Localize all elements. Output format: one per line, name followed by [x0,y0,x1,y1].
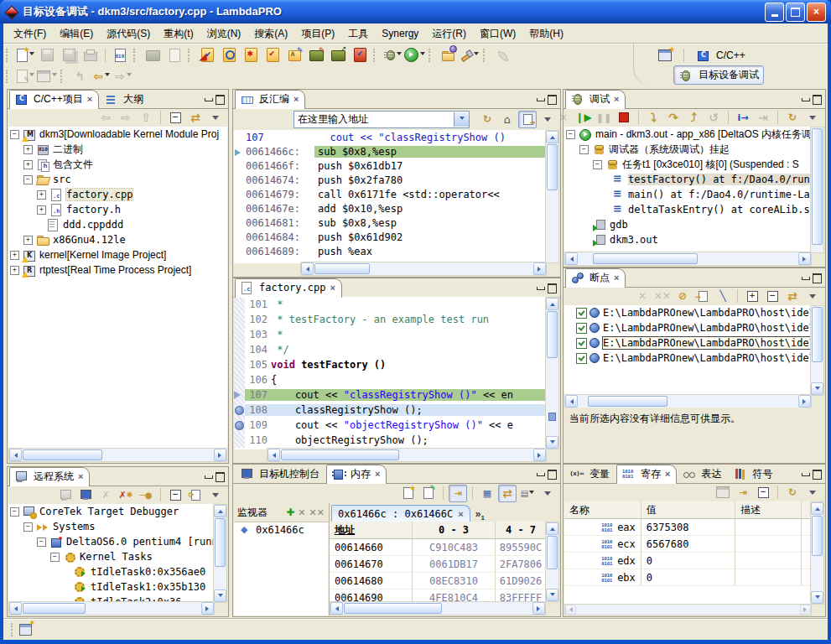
step-into-icon[interactable]: ⤵ [644,109,662,127]
asm-row[interactable]: 00614674:push $0x2fa780 [234,173,547,187]
tab-cpp-projects[interactable]: C/C++项目 × [9,90,99,109]
code-line[interactable]: 105void testFactory () [234,357,547,372]
address-combo[interactable]: 在这里输入地址 [293,111,470,128]
link-with-debug-icon[interactable]: ⇄ [783,288,802,305]
home-icon[interactable]: ⌂ [498,111,517,128]
refresh-icon[interactable]: ↻ [783,109,802,127]
code-line[interactable]: 108 classRegistryShow (); [234,402,547,418]
tree-row[interactable]: −dkm3[Downloadable Kernel Module Proj [8,127,227,142]
tree-row[interactable]: −DeltaOS6.0 pentium4 [runn [8,534,215,549]
scroll-down-icon[interactable] [811,382,823,395]
collapse-icon[interactable]: − [23,175,33,184]
tree-row[interactable]: −Kernel Tasks [8,549,215,564]
red-doc-check-icon[interactable]: ✔ [349,45,371,65]
scroll-right-icon[interactable] [533,449,546,461]
menu-file[interactable]: 文件(F) [7,24,53,44]
scroll-left-icon[interactable] [565,605,576,615]
tree-row[interactable]: +factory.h [8,202,227,217]
maximize-view-icon[interactable] [548,470,557,480]
use-step-filters-icon[interactable]: ⇥ [754,109,772,127]
new-memory-view-icon[interactable]: ★ [399,485,418,502]
fast-view-icon[interactable] [19,624,32,636]
toolbar-grip[interactable] [428,49,433,62]
tab-variables[interactable]: 变量 [565,465,616,483]
pin-memory-icon[interactable]: ✎ [419,485,438,502]
breakpoint-checkbox[interactable] [576,353,587,364]
code-line[interactable]: 101 * [234,297,547,312]
maximize-view-icon[interactable] [813,470,822,480]
disconnect-icon[interactable]: ✗ [96,486,115,504]
maximize-button[interactable] [786,3,805,22]
minimize-button[interactable] [765,3,784,22]
maximize-view-icon[interactable] [813,95,822,105]
scroll-left-icon[interactable] [9,602,22,615]
profile-icon[interactable]: ⟳ [186,486,205,504]
breakpoint-row[interactable]: E:\LambdaPROnew\LambdaPRO\host\ide\platf… [564,305,812,320]
collapse-icon[interactable]: − [37,538,46,547]
scroll-thumb[interactable] [281,449,399,460]
scroll-down-icon[interactable] [811,591,823,604]
feather-button[interactable] [491,45,513,65]
tree-row[interactable]: deltaTaskEntry() at coreALib.s:1,79 [564,202,812,217]
menu-synergy[interactable]: Synergy [375,25,425,42]
up-nav-icon[interactable]: ⇧ [137,109,155,127]
register-row[interactable]: edx 0 [564,553,812,569]
tree-row[interactable]: ddd.cppddd [8,217,227,232]
overview-ruler-marker[interactable] [548,413,556,421]
tree-row[interactable]: −任务t1 [0x3ce010] 核[0] (Suspended : S [564,157,812,172]
menu-window[interactable]: 窗口(W) [473,24,522,44]
print-button[interactable] [80,45,101,65]
doc-check-icon[interactable]: ✔ [262,45,283,65]
scroll-thumb[interactable] [812,128,823,245]
view-menu-chevron-icon[interactable] [803,288,822,305]
register-row[interactable]: ecx 6567680 [564,536,812,553]
tree-row[interactable]: +包含文件 [8,157,227,172]
horizontal-scrollbar[interactable] [564,604,812,615]
register-row[interactable]: eax 6375308 [564,519,812,536]
run-dropdown-button[interactable] [403,45,426,65]
column-value[interactable]: 值 [641,501,735,518]
instruction-stepping-icon[interactable]: i→ [734,109,752,127]
tree-row[interactable]: +rtptest[Real Time Process Project] [8,262,227,278]
resume-icon[interactable]: ❙▶ [574,109,593,127]
tree-row-selected[interactable]: +factory.cpp [8,187,227,202]
scroll-up-icon[interactable] [811,502,823,515]
code-line[interactable]: 102 * testFactory - an example test run [234,312,547,327]
tab-debug[interactable]: 调试 × [565,90,626,109]
split-rendering-icon[interactable]: ▦ [478,485,496,502]
view-menu-chevron-icon[interactable] [206,486,225,504]
track-expression-icon[interactable]: ➜ [518,111,537,128]
view-menu-chevron-icon[interactable] [538,485,557,502]
doc-magnifier-icon[interactable] [218,45,240,65]
scroll-thumb[interactable] [23,449,102,460]
scroll-right-icon[interactable] [533,262,546,275]
expand-icon[interactable]: + [23,160,33,169]
view-menu-chevron-icon[interactable] [206,109,225,127]
doc-check-red-icon[interactable]: ◢✔ [196,45,218,65]
code-line[interactable]: 103 * [234,327,547,342]
current-code-line[interactable]: 107 cout << "classRegistryShow ()" << en [234,387,547,402]
refresh-view-icon[interactable]: ↻ [478,111,496,128]
menu-source[interactable]: 源代码(S) [100,24,157,44]
tree-row[interactable]: −src [8,172,227,187]
scroll-left-icon[interactable] [330,602,343,615]
code-line[interactable]: 110 objectRegistryShow (); [234,433,547,448]
maximize-view-icon[interactable] [216,472,225,482]
monitor-row[interactable]: 0x61466c [234,522,328,538]
tab-disassembly[interactable]: 反汇编 × [235,90,305,109]
tree-row-selected[interactable]: testFactory() at f:/Dao4.0/runtime- [564,172,812,187]
link-with-editor-icon[interactable]: ⇄ [186,109,205,127]
collapse-all-icon[interactable]: − [763,288,782,305]
tree-row[interactable]: −调试器（系统级调试）挂起 [564,142,812,157]
breakpoint-icon[interactable] [235,421,244,430]
drop-to-frame-icon[interactable]: ↺ [704,109,723,127]
scroll-down-icon[interactable] [546,436,558,449]
toolbar-grip[interactable] [133,49,138,62]
add-target-icon[interactable]: ─● [137,486,155,504]
scroll-right-icon[interactable] [798,395,811,408]
step-over-icon[interactable]: ↷ [664,109,683,127]
toolbar-grip[interactable] [6,70,10,83]
tree-row[interactable]: dkm3.out [564,232,812,247]
code-line[interactable]: 106{ [234,372,547,387]
tree-row[interactable]: −CoreTek Target Debugger [8,504,215,519]
